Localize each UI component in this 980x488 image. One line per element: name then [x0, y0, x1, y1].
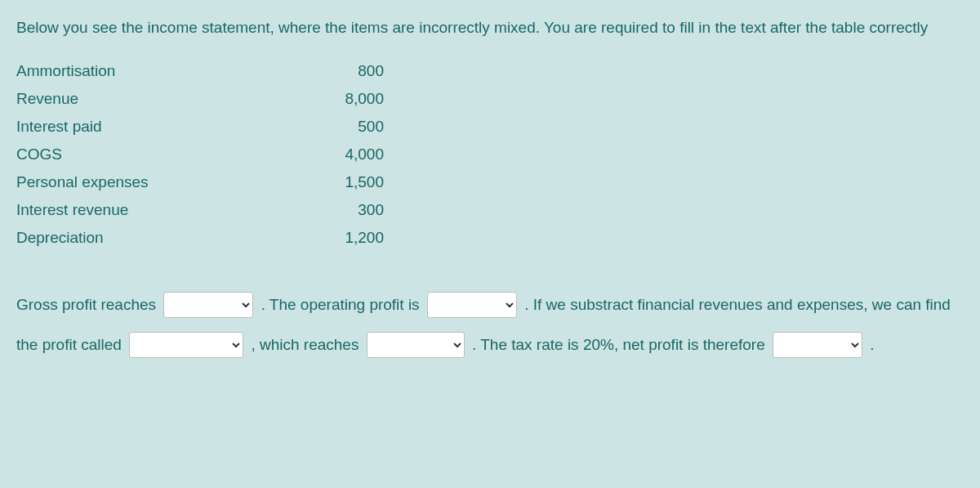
row-label: Personal expenses	[16, 170, 310, 195]
fill-text-1: Gross profit reaches	[16, 296, 156, 313]
row-label: Interest revenue	[16, 198, 310, 222]
table-row: Personal expenses1,500	[16, 168, 964, 196]
profit-name-select[interactable]	[129, 332, 243, 358]
table-row: COGS4,000	[16, 141, 964, 168]
table-row: Interest paid500	[16, 113, 964, 141]
table-row: Depreciation1,200	[16, 224, 964, 252]
profit-value-select[interactable]	[367, 332, 465, 358]
fill-text-6: .	[870, 336, 874, 353]
row-value: 500	[310, 114, 384, 139]
table-row: Interest revenue300	[16, 196, 964, 224]
row-value: 300	[310, 198, 384, 222]
net-profit-select[interactable]	[773, 332, 862, 358]
fill-text-5: . The tax rate is 20%, net profit is the…	[472, 336, 765, 353]
gross-profit-select[interactable]	[163, 292, 253, 318]
row-value: 1,200	[310, 226, 384, 250]
row-value: 1,500	[310, 170, 384, 195]
income-statement-table: Ammortisation800Revenue8,000Interest pai…	[16, 57, 964, 252]
row-label: Ammortisation	[16, 59, 310, 83]
fill-text-4: , which reaches	[251, 336, 359, 353]
operating-profit-select[interactable]	[427, 292, 517, 318]
instructions-text: Below you see the income statement, wher…	[16, 13, 964, 43]
row-label: Depreciation	[16, 226, 310, 250]
fill-in-paragraph: Gross profit reaches . The operating pro…	[16, 284, 964, 364]
table-row: Revenue8,000	[16, 85, 964, 113]
row-label: Interest paid	[16, 114, 310, 139]
row-label: Revenue	[16, 87, 310, 111]
row-value: 800	[310, 59, 384, 83]
table-row: Ammortisation800	[16, 57, 964, 85]
row-value: 8,000	[310, 87, 384, 111]
fill-text-2: . The operating profit is	[261, 296, 420, 313]
row-label: COGS	[16, 142, 310, 167]
row-value: 4,000	[310, 142, 384, 167]
